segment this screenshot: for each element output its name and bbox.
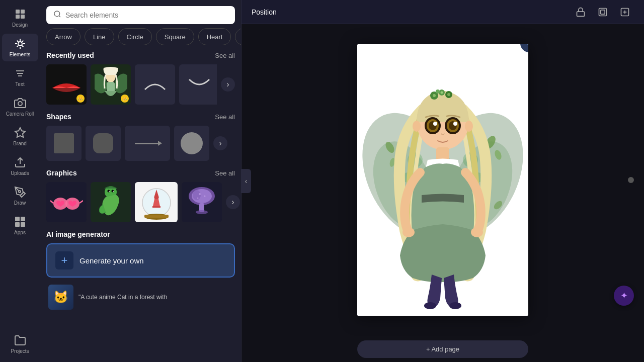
graphic-mushroom[interactable]: [182, 182, 222, 222]
recent-item-arc2[interactable]: [179, 64, 217, 105]
chip-arrow[interactable]: Arrow: [46, 28, 80, 45]
recent-item-fairy[interactable]: 👑: [91, 64, 131, 105]
sidebar-item-design-label: Design: [12, 22, 28, 28]
svg-rect-0: [16, 10, 20, 14]
fairy-illustration: [357, 44, 528, 316]
recently-used-see-all[interactable]: See all: [215, 52, 235, 59]
svg-point-4: [18, 42, 22, 46]
svg-point-78: [447, 93, 450, 96]
svg-point-48: [199, 193, 201, 195]
search-input[interactable]: [65, 11, 228, 19]
ai-prompt-thumb: 🐱: [48, 285, 73, 310]
sidebar-item-apps[interactable]: Apps: [2, 212, 38, 239]
svg-line-29: [50, 201, 53, 203]
add-to-canvas-button[interactable]: [616, 3, 634, 21]
sidebar-item-uploads[interactable]: Uploads: [2, 152, 38, 180]
lips-svg: [51, 77, 82, 92]
sidebar-item-text[interactable]: Text: [2, 63, 38, 91]
svg-rect-10: [21, 217, 25, 221]
svg-point-77: [441, 92, 443, 94]
svg-rect-12: [21, 222, 25, 227]
elements-panel: Arrow Line Circle Square Heart › Recentl…: [40, 0, 242, 362]
search-bar: [40, 0, 241, 28]
chip-square[interactable]: Square: [156, 28, 194, 45]
graphics-see-all[interactable]: See all: [215, 169, 235, 177]
sunglasses-svg: [50, 190, 83, 215]
svg-rect-51: [577, 12, 585, 16]
add-page-button[interactable]: + Add page: [357, 340, 528, 358]
lock-button[interactable]: [572, 3, 590, 21]
sidebar-item-projects[interactable]: Projects: [2, 330, 38, 358]
svg-rect-53: [601, 10, 605, 14]
projects-icon: [14, 334, 26, 346]
search-icon: [53, 10, 61, 20]
shape-rounded-rect[interactable]: [86, 126, 121, 161]
ai-section: AI image generator + Generate your own 🐱…: [40, 230, 241, 320]
scroll-indicator: [628, 177, 634, 183]
svg-line-30: [79, 201, 83, 203]
chip-more[interactable]: ›: [235, 28, 241, 45]
panel-collapse-button[interactable]: ‹: [241, 169, 251, 193]
mushroom-svg: [186, 186, 218, 219]
chip-line[interactable]: Line: [85, 28, 114, 45]
svg-rect-40: [152, 206, 160, 208]
svg-point-34: [109, 191, 110, 192]
sidebar-item-draw-label: Draw: [14, 200, 26, 206]
elements-icon: [14, 38, 26, 50]
recently-used-header: Recently used See all: [46, 51, 235, 59]
frame-icon: [598, 7, 608, 17]
svg-rect-1: [21, 10, 25, 14]
svg-point-83: [435, 122, 437, 124]
square-shape: [54, 133, 74, 153]
svg-point-92: [403, 227, 415, 237]
chip-circle[interactable]: Circle: [118, 28, 152, 45]
ai-generate-button[interactable]: + Generate your own: [46, 243, 235, 278]
canvas-page[interactable]: ↻: [357, 44, 528, 316]
graphic-paris-globe[interactable]: [135, 182, 178, 222]
recent-item-arc[interactable]: [135, 64, 175, 105]
crown-badge-2: 👑: [121, 95, 129, 103]
sidebar-item-camera-label: Camera Roll: [6, 111, 34, 117]
ai-prompt-item[interactable]: 🐱 "A cute anime Cat in a forest with: [46, 283, 235, 312]
arc2-svg: [187, 77, 212, 92]
sidebar-item-draw[interactable]: Draw: [2, 182, 38, 210]
circle-shape: [181, 132, 203, 154]
canvas-area: Position: [242, 0, 644, 362]
svg-rect-9: [15, 217, 20, 221]
shape-circle[interactable]: [174, 126, 209, 161]
svg-point-94: [424, 302, 436, 309]
sidebar-item-brand[interactable]: Brand: [2, 123, 38, 150]
svg-point-45: [193, 190, 201, 200]
chip-heart[interactable]: Heart: [198, 28, 231, 45]
sidebar-item-camera-roll[interactable]: Camera Roll: [2, 93, 38, 121]
shape-square[interactable]: [46, 126, 82, 161]
graphics-header: Graphics See all: [46, 169, 235, 177]
svg-marker-6: [15, 128, 25, 137]
graphic-sunglasses[interactable]: [46, 182, 87, 222]
search-input-wrap[interactable]: [46, 6, 235, 24]
recently-used-next-arrow[interactable]: ›: [221, 77, 235, 92]
svg-point-5: [18, 102, 22, 106]
shape-arrow-line[interactable]: [125, 126, 170, 161]
recently-used-section: Recently used See all 👑: [40, 51, 241, 113]
ai-fab-button[interactable]: ✦: [614, 286, 634, 306]
top-bar-actions: [572, 3, 634, 21]
svg-point-89: [413, 121, 421, 132]
ai-plus-icon: +: [55, 251, 73, 269]
svg-rect-52: [599, 8, 607, 16]
graphics-next-arrow[interactable]: ›: [226, 195, 240, 209]
sidebar-item-brand-label: Brand: [13, 141, 27, 146]
graphic-green-character[interactable]: [91, 182, 131, 222]
sidebar-item-design[interactable]: Design: [2, 4, 38, 32]
recent-item-lips[interactable]: 👑: [46, 64, 87, 105]
sidebar-item-elements[interactable]: Elements: [2, 34, 38, 61]
shapes-next-arrow[interactable]: ›: [213, 136, 227, 150]
brand-icon: [14, 127, 26, 139]
ai-prompt-text: "A cute anime Cat in a forest with: [78, 293, 167, 302]
arrow-line-shape: [125, 143, 170, 144]
frame-button[interactable]: [594, 3, 612, 21]
top-bar: Position: [242, 0, 644, 24]
shapes-see-all[interactable]: See all: [215, 113, 235, 121]
draw-icon: [14, 186, 26, 198]
crown-badge: 👑: [76, 95, 85, 103]
